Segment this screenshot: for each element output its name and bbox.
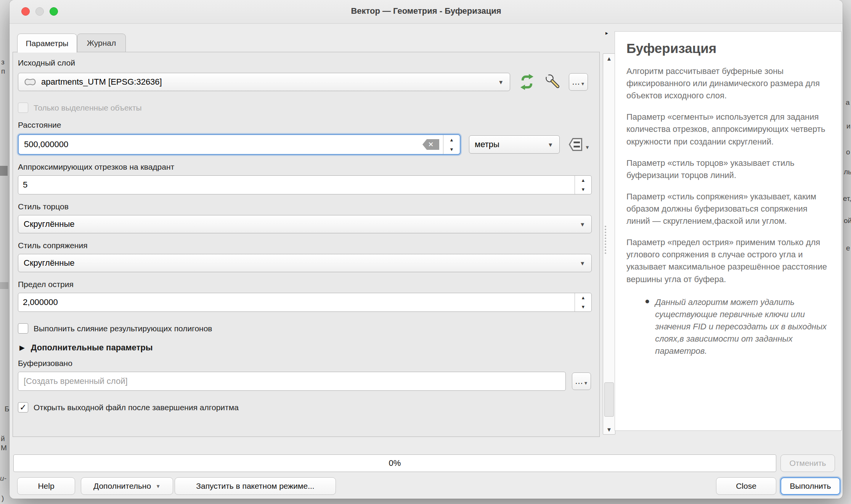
join-style-value: Скруглённые — [24, 258, 74, 268]
screen: з п Б й М и- ) а и о ль ет, ой е Вектор … — [0, 0, 851, 504]
miter-limit-spinner[interactable]: ▲ ▼ — [575, 293, 591, 311]
distance-label: Расстояние — [18, 120, 591, 130]
segments-value: 5 — [18, 176, 575, 194]
dissolve-label: Выполнить слияние результирующих полигон… — [34, 324, 212, 333]
output-label: Буферизовано — [18, 359, 591, 368]
ellipsis-label: … — [575, 376, 583, 386]
data-defined-override-button[interactable]: ▼ — [567, 136, 590, 153]
tab-parameters[interactable]: Параметры — [17, 34, 77, 53]
help-panel: Буферизация Алгоритм рассчитывает буферн… — [615, 31, 841, 431]
chevron-down-icon: ▼ — [548, 141, 553, 148]
advanced-menu-label: Дополнительно — [93, 482, 151, 491]
bg-fragment: и- — [0, 474, 6, 483]
bg-fragment: е — [846, 244, 850, 252]
output-browse-button[interactable]: … ▼ — [572, 372, 591, 390]
distance-spinner[interactable]: ▲ ▼ — [443, 135, 460, 154]
distance-value: 500,000000 — [19, 135, 422, 154]
help-paragraph: Алгоритм рассчитывает буферные зоны фикс… — [626, 65, 830, 102]
close-button[interactable]: Close — [716, 477, 776, 495]
segments-spinner[interactable]: ▲ ▼ — [575, 176, 591, 194]
bg-fragment: о — [846, 148, 850, 156]
help-button[interactable]: Help — [17, 477, 75, 495]
help-paragraph: Параметр «стиль торцов» указывает стиль … — [626, 157, 830, 181]
clear-icon[interactable]: ✕ — [422, 139, 439, 150]
help-paragraph: Параметр «стиль сопряжения» указывает, к… — [626, 191, 830, 227]
spin-down-icon[interactable]: ▼ — [575, 302, 591, 311]
join-style-label: Стиль сопряжения — [18, 241, 591, 250]
open-output-checkbox[interactable]: ✓ Открыть выходной файл после завершения… — [18, 402, 591, 413]
help-warning-text: Данный алгоритм может удалить существующ… — [655, 296, 830, 358]
spin-up-icon[interactable]: ▲ — [443, 135, 460, 144]
dissolve-checkbox[interactable]: Выполнить слияние результирующих полигон… — [18, 323, 591, 334]
titlebar[interactable]: Вектор — Геометрия - Буферизация — [10, 0, 843, 24]
bg-fragment: ль — [844, 168, 851, 176]
source-layer-browse-button[interactable]: … ▼ — [569, 73, 588, 91]
wrench-icon — [544, 72, 563, 91]
bg-fragment: й — [1, 435, 5, 443]
ellipsis-label: … — [572, 77, 580, 87]
triangle-right-icon[interactable]: ▶ — [19, 343, 25, 352]
distance-input[interactable]: 500,000000 ✕ ▲ ▼ — [18, 134, 461, 155]
bg-fragment: М — [1, 444, 7, 452]
buffer-dialog: Вектор — Геометрия - Буферизация Парамет… — [10, 0, 843, 499]
selected-only-label: Только выделенные объекты — [34, 103, 142, 112]
bg-fragment — [0, 282, 8, 289]
iterate-layer-button[interactable] — [518, 73, 536, 91]
source-layer-value: apartments_UTM [EPSG:32636] — [41, 77, 162, 87]
window-title: Вектор — Геометрия - Буферизация — [10, 6, 843, 16]
cap-style-label: Стиль торцов — [18, 202, 591, 211]
chevron-down-icon: ▼ — [498, 79, 504, 85]
advanced-parameters-group[interactable]: ▶ Дополнительные параметры — [18, 343, 591, 353]
bg-fragment: Б — [5, 405, 9, 413]
segments-input[interactable]: 5 ▲ ▼ — [18, 175, 592, 194]
miter-limit-value: 2,000000 — [18, 293, 575, 311]
chevron-down-icon: ▼ — [585, 144, 590, 150]
advanced-menu-button[interactable]: Дополнительно ▼ — [81, 477, 173, 495]
help-collapse-icon[interactable]: ‣ — [604, 29, 609, 38]
tab-log[interactable]: Журнал — [77, 34, 126, 52]
checkbox-box — [18, 103, 28, 113]
advanced-parameters-label: Дополнительные параметры — [31, 343, 153, 353]
distance-unit-select[interactable]: метры ▼ — [469, 135, 560, 154]
run-batch-button[interactable]: Запустить в пакетном режиме... — [175, 477, 336, 495]
spin-down-icon[interactable]: ▼ — [443, 144, 460, 154]
spin-up-icon[interactable]: ▲ — [575, 176, 591, 185]
advanced-options-button[interactable] — [544, 72, 563, 91]
bg-fragment: п — [1, 67, 5, 75]
chevron-down-icon: ▼ — [580, 221, 585, 228]
tab-log-label: Журнал — [87, 39, 116, 48]
splitter-handle[interactable] — [605, 226, 606, 254]
bg-fragment: а — [846, 98, 850, 107]
parameters-pane: Исходный слой apartments_UTM [EPSG:32636… — [13, 52, 600, 437]
tab-parameters-label: Параметры — [26, 39, 69, 48]
scroll-down-icon[interactable]: ▼ — [603, 426, 615, 433]
spin-down-icon[interactable]: ▼ — [575, 185, 591, 194]
output-path-input[interactable] — [18, 372, 566, 391]
open-output-label: Открыть выходной файл после завершения а… — [34, 403, 239, 412]
chevron-down-icon: ▼ — [156, 483, 161, 489]
bg-fragment: ет, — [843, 194, 851, 203]
help-title: Буферизация — [626, 41, 830, 56]
checkbox-box[interactable] — [18, 323, 28, 334]
run-button[interactable]: Выполнить — [780, 477, 840, 495]
scrollbar-thumb[interactable] — [604, 382, 614, 417]
progress-bar: 0% — [13, 454, 776, 472]
help-paragraph: Параметр «предел острия» применим только… — [626, 236, 830, 285]
chevron-down-icon: ▼ — [584, 380, 588, 386]
segments-label: Аппроксимирующих отрезков на квадрант — [18, 162, 591, 172]
selected-only-checkbox: Только выделенные объекты — [18, 103, 591, 113]
polygon-layer-icon — [24, 77, 37, 87]
miter-limit-input[interactable]: 2,000000 ▲ ▼ — [18, 293, 592, 312]
source-layer-select[interactable]: apartments_UTM [EPSG:32636] ▼ — [18, 73, 510, 91]
spin-up-icon[interactable]: ▲ — [575, 293, 591, 302]
cap-style-select[interactable]: Скруглённые ▼ — [18, 215, 592, 233]
source-layer-label: Исходный слой — [18, 58, 591, 67]
scroll-up-icon[interactable]: ▲ — [603, 55, 615, 62]
bg-fragment: ) — [2, 494, 4, 502]
checkbox-box[interactable]: ✓ — [18, 402, 28, 413]
bg-fragment: и — [846, 122, 851, 130]
join-style-select[interactable]: Скруглённые ▼ — [18, 254, 592, 272]
bg-fragment: з — [1, 58, 5, 66]
help-warning-item: ● Данный алгоритм может удалить существу… — [626, 296, 830, 358]
cancel-button: Отменить — [780, 454, 835, 472]
